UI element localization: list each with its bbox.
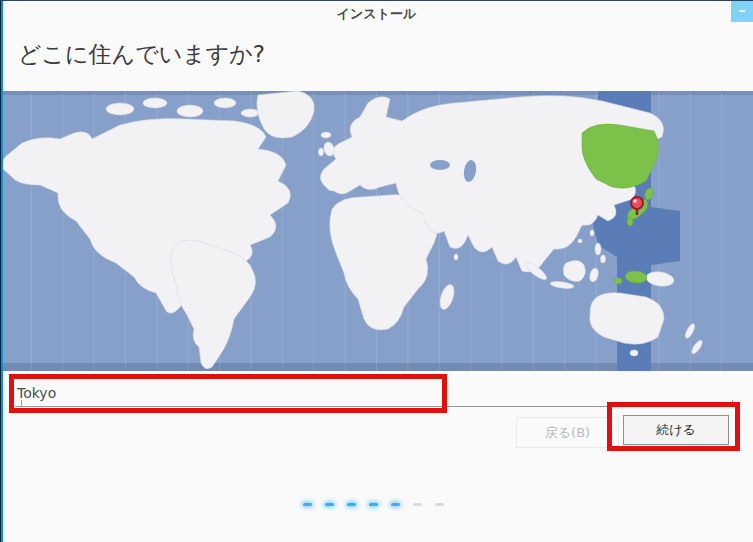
progress-dot [413, 503, 422, 506]
window-accent-border [0, 1, 3, 542]
progress-dot [325, 503, 334, 506]
progress-dot [391, 503, 400, 506]
input-underline [15, 406, 733, 407]
world-map-svg [0, 91, 753, 371]
timezone-map[interactable] [0, 91, 753, 371]
progress-dot [347, 503, 356, 506]
titlebar[interactable]: インストール – [0, 1, 753, 29]
back-button[interactable]: 戻る(B) [516, 417, 619, 448]
progress-dots [303, 500, 444, 508]
continue-button[interactable]: 続ける [623, 415, 729, 445]
progress-dot [435, 503, 444, 506]
progress-dot [369, 503, 378, 506]
progress-dot [303, 503, 312, 506]
minimize-icon: – [739, 2, 746, 18]
minimize-button[interactable]: – [731, 1, 753, 22]
page-title: どこに住んでいますか? [18, 39, 265, 70]
highlight-japan-kyushu [627, 218, 633, 226]
installer-window: インストール – どこに住んでいますか? [0, 0, 753, 542]
window-title: インストール [0, 1, 753, 27]
timezone-city-input[interactable] [15, 381, 419, 405]
